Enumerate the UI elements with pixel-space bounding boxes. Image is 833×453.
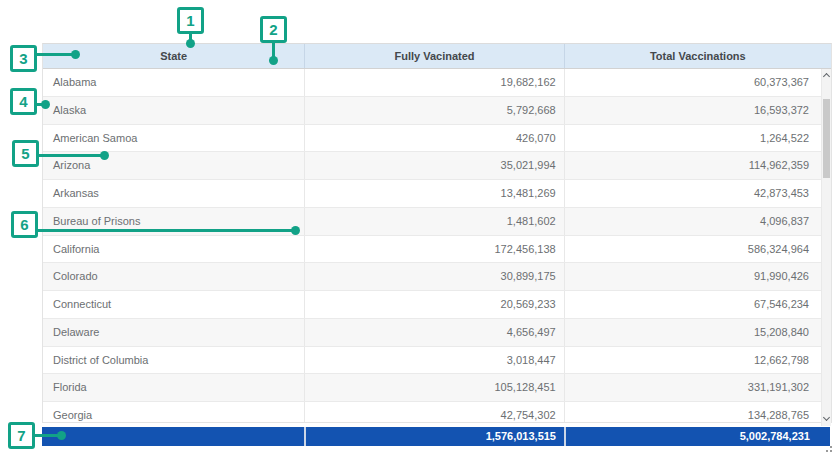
scrollbar-thumb[interactable] bbox=[823, 99, 830, 178]
fully-vaccinated-cell: 172,456,138 bbox=[304, 236, 563, 263]
total-vaccinations-cell: 586,324,964 bbox=[564, 236, 831, 263]
fully-vaccinated-cell: 20,569,233 bbox=[304, 291, 563, 318]
state-cell: California bbox=[43, 236, 304, 263]
table-row[interactable]: Arkansas 13,481,269 42,873,453 bbox=[43, 180, 831, 208]
total-vaccinations-cell: 67,546,234 bbox=[564, 291, 831, 318]
fully-vaccinated-cell: 4,656,497 bbox=[304, 319, 563, 346]
callout-5-dot bbox=[100, 151, 109, 160]
fully-vaccinated-cell: 30,899,175 bbox=[304, 263, 563, 290]
state-cell: Connecticut bbox=[43, 291, 304, 318]
scroll-up-icon[interactable] bbox=[822, 69, 832, 83]
totals-state-cell bbox=[42, 427, 304, 446]
column-header-total-vaccinations[interactable]: Total Vaccinations bbox=[564, 44, 831, 68]
fully-vaccinated-cell: 13,481,269 bbox=[304, 180, 563, 207]
total-vaccinations-cell: 16,593,372 bbox=[564, 97, 831, 124]
state-cell: Delaware bbox=[43, 319, 304, 346]
state-cell: American Samoa bbox=[43, 125, 304, 152]
table-row[interactable]: Colorado 30,899,175 91,990,426 bbox=[43, 263, 831, 291]
fully-vaccinated-cell: 3,018,447 bbox=[304, 347, 563, 374]
total-vaccinations-cell: 331,191,302 bbox=[564, 374, 831, 401]
column-header-fully-vaccinated[interactable]: Fully Vacinated bbox=[304, 44, 563, 68]
total-vaccinations-cell: 4,096,837 bbox=[564, 208, 831, 235]
callout-7-dot bbox=[57, 431, 66, 440]
chevron-up-icon bbox=[823, 73, 830, 80]
resize-grip-icon[interactable] bbox=[824, 444, 833, 453]
table-row[interactable]: Delaware 4,656,497 15,208,840 bbox=[43, 319, 831, 347]
callout-4: 4 bbox=[10, 88, 37, 115]
total-vaccinations-cell: 1,264,522 bbox=[564, 125, 831, 152]
total-vaccinations-cell: 91,990,426 bbox=[564, 263, 831, 290]
state-cell: District of Columbia bbox=[43, 347, 304, 374]
callout-5: 5 bbox=[12, 140, 39, 167]
callout-1-dot bbox=[186, 39, 195, 48]
callout-4-dot bbox=[41, 100, 50, 109]
fully-vaccinated-cell: 19,682,162 bbox=[304, 69, 563, 96]
state-cell: Arkansas bbox=[43, 180, 304, 207]
fully-vaccinated-cell: 35,021,994 bbox=[304, 152, 563, 179]
state-cell: Colorado bbox=[43, 263, 304, 290]
callout-6: 6 bbox=[11, 211, 38, 238]
callout-7: 7 bbox=[8, 422, 35, 449]
callout-3: 3 bbox=[10, 45, 37, 72]
callout-5-line bbox=[37, 154, 103, 157]
state-cell: Alabama bbox=[43, 69, 304, 96]
table-row[interactable]: California 172,456,138 586,324,964 bbox=[43, 236, 831, 264]
total-vaccinations-cell: 60,373,367 bbox=[564, 69, 831, 96]
callout-1: 1 bbox=[177, 7, 204, 34]
state-cell: Georgia bbox=[43, 402, 304, 423]
table-row[interactable]: District of Columbia 3,018,447 12,662,79… bbox=[43, 347, 831, 375]
callout-7-line bbox=[33, 434, 60, 437]
column-header-state[interactable]: State bbox=[43, 44, 304, 68]
table-row[interactable]: Georgia 42,754,302 134,288,765 bbox=[43, 402, 831, 423]
total-vaccinations-cell: 114,962,359 bbox=[564, 152, 831, 179]
state-cell: Florida bbox=[43, 374, 304, 401]
totals-total-vaccinations-value: 5,002,784,231 bbox=[564, 427, 830, 446]
total-vaccinations-cell: 42,873,453 bbox=[564, 180, 831, 207]
app-root: State Fully Vacinated Total Vaccinations… bbox=[0, 0, 833, 453]
total-vaccinations-cell: 12,662,798 bbox=[564, 347, 831, 374]
fully-vaccinated-cell: 42,754,302 bbox=[304, 402, 563, 423]
total-vaccinations-cell: 134,288,765 bbox=[564, 402, 831, 423]
table-row[interactable]: Florida 105,128,451 331,191,302 bbox=[43, 374, 831, 402]
fully-vaccinated-cell: 426,070 bbox=[304, 125, 563, 152]
total-vaccinations-cell: 15,208,840 bbox=[564, 319, 831, 346]
table-row[interactable]: Alabama 19,682,162 60,373,367 bbox=[43, 69, 831, 97]
callout-3-line bbox=[35, 53, 73, 56]
table-row[interactable]: Arizona 35,021,994 114,962,359 bbox=[43, 152, 831, 180]
callout-6-line bbox=[36, 229, 294, 232]
callout-2-dot bbox=[269, 56, 278, 65]
table-row[interactable]: Alaska 5,792,668 16,593,372 bbox=[43, 97, 831, 125]
totals-row: 1,576,013,515 5,002,784,231 bbox=[42, 427, 830, 446]
fully-vaccinated-cell: 5,792,668 bbox=[304, 97, 563, 124]
scroll-down-icon[interactable] bbox=[822, 412, 832, 426]
fully-vaccinated-cell: 105,128,451 bbox=[304, 374, 563, 401]
totals-fully-vaccinated-value: 1,576,013,515 bbox=[304, 427, 564, 446]
table-body: Alabama 19,682,162 60,373,367 Alaska 5,7… bbox=[43, 69, 831, 423]
vertical-scrollbar[interactable] bbox=[821, 69, 831, 426]
table-header-row: State Fully Vacinated Total Vaccinations bbox=[43, 44, 831, 69]
callout-2: 2 bbox=[260, 16, 287, 43]
table-row[interactable]: Connecticut 20,569,233 67,546,234 bbox=[43, 291, 831, 319]
state-cell: Alaska bbox=[43, 97, 304, 124]
chevron-down-icon bbox=[823, 414, 830, 421]
table-row[interactable]: American Samoa 426,070 1,264,522 bbox=[43, 125, 831, 153]
callout-3-dot bbox=[71, 50, 80, 59]
vaccination-table: State Fully Vacinated Total Vaccinations… bbox=[42, 43, 832, 423]
callout-6-dot bbox=[291, 226, 300, 235]
fully-vaccinated-cell: 1,481,602 bbox=[304, 208, 563, 235]
